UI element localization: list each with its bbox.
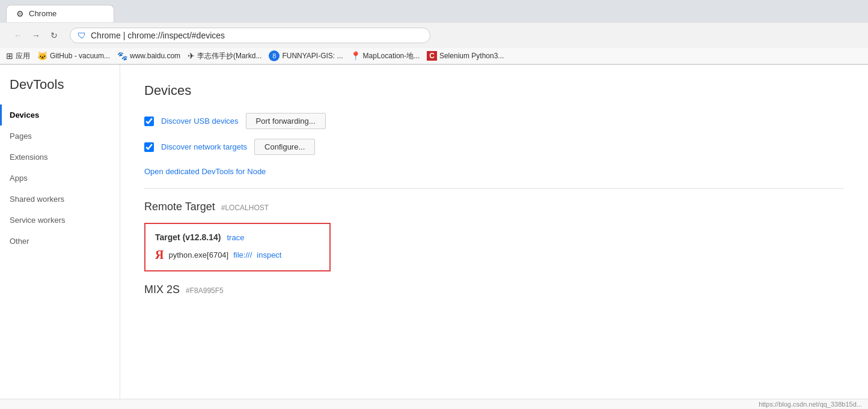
mix2s-header: MIX 2S #F8A995F5	[144, 283, 844, 296]
sidebar-shared-workers-label: Shared workers	[10, 195, 64, 204]
bookmark-markd[interactable]: ✈ 李志伟手抄(Markd...	[188, 51, 261, 61]
security-icon: 🛡	[78, 31, 86, 40]
main-layout: DevTools Devices Pages Extensions Apps S…	[0, 65, 868, 409]
target-card: Target (v12.8.14) trace Я python.exe[670…	[144, 223, 331, 271]
bookmark-funnyapi[interactable]: 8 FUNNYAPI-GIS: ...	[269, 50, 343, 61]
target-card-header: Target (v12.8.14) trace	[155, 232, 320, 242]
telegram-icon: ✈	[188, 51, 195, 61]
page-title: Devices	[144, 83, 844, 98]
bookmark-markd-label: 李志伟手抄(Markd...	[197, 51, 261, 61]
sidebar-extensions-label: Extensions	[10, 153, 48, 162]
yandex-icon: Я	[155, 248, 164, 262]
target-process-row: Я python.exe[6704] file:/// inspect	[155, 248, 320, 262]
sidebar: DevTools Devices Pages Extensions Apps S…	[0, 65, 120, 409]
sidebar-item-shared-workers[interactable]: Shared workers	[0, 189, 120, 210]
devtools-node-link[interactable]: Open dedicated DevTools for Node	[144, 167, 266, 176]
bookmark-selenium[interactable]: C Selenium Python3...	[427, 51, 504, 61]
devtools-title: DevTools	[0, 77, 120, 105]
forward-button[interactable]: →	[29, 28, 43, 43]
bookmark-maplocation[interactable]: 📍 MapLocation-地...	[350, 51, 420, 61]
target-inspect-link[interactable]: inspect	[257, 250, 281, 259]
device-name: MIX 2S	[144, 283, 180, 296]
sidebar-item-apps[interactable]: Apps	[0, 168, 120, 189]
target-trace-link[interactable]: trace	[227, 233, 244, 242]
bookmark-baidu-label: www.baidu.com	[130, 52, 180, 60]
bookmark-github-label: GitHub - vacuum...	[50, 52, 110, 60]
content-area: Devices Discover USB devices Port forwar…	[120, 65, 868, 409]
remote-target-header: Remote Target #LOCALHOST	[144, 201, 844, 213]
remote-target-title: Remote Target	[144, 201, 215, 213]
funnyapi-icon: 8	[269, 50, 280, 61]
status-text: https://blog.csdn.net/qq_338b15d...	[759, 401, 862, 408]
url-prefix: Chrome | chrome://	[91, 31, 163, 40]
network-targets-row: Discover network targets Configure...	[144, 139, 844, 155]
sidebar-item-service-workers[interactable]: Service workers	[0, 210, 120, 231]
bookmark-funnyapi-label: FUNNYAPI-GIS: ...	[282, 52, 343, 60]
usb-devices-label: Discover USB devices	[161, 117, 239, 126]
bookmark-github[interactable]: 🐱 GitHub - vacuum...	[37, 51, 110, 61]
device-id: #F8A995F5	[186, 286, 224, 295]
bookmark-apps-label: 应用	[16, 51, 30, 61]
bookmark-baidu[interactable]: 🐾 www.baidu.com	[117, 51, 180, 61]
address-url: Chrome | chrome://inspect/#devices	[91, 31, 225, 40]
sidebar-pages-label: Pages	[10, 132, 32, 141]
nav-controls: ← → ↻	[6, 26, 66, 45]
sidebar-item-extensions[interactable]: Extensions	[0, 147, 120, 168]
url-bold: inspect	[163, 31, 189, 40]
reload-button[interactable]: ↻	[47, 28, 61, 43]
back-button[interactable]: ←	[11, 28, 25, 43]
sidebar-item-pages[interactable]: Pages	[0, 126, 120, 147]
browser-chrome: ⚙ Chrome ← → ↻ 🛡 Chrome | chrome://inspe…	[0, 0, 868, 65]
usb-devices-checkbox[interactable]	[144, 117, 154, 126]
status-bar: https://blog.csdn.net/qq_338b15d...	[0, 399, 868, 409]
bookmark-maplocation-label: MapLocation-地...	[363, 51, 420, 61]
sidebar-devices-label: Devices	[10, 111, 39, 120]
baidu-icon: 🐾	[117, 51, 127, 61]
bookmark-selenium-label: Selenium Python3...	[439, 52, 504, 60]
remote-target-subtitle: #LOCALHOST	[221, 204, 269, 212]
section-divider	[144, 188, 844, 189]
selenium-icon: C	[427, 51, 437, 61]
target-name: Target (v12.8.14)	[155, 232, 221, 242]
url-suffix: /#devices	[189, 31, 225, 40]
sidebar-other-label: Other	[10, 237, 29, 246]
tab-favicon: ⚙	[16, 9, 24, 19]
bookmarks-bar: ⊞ 应用 🐱 GitHub - vacuum... 🐾 www.baidu.co…	[0, 48, 868, 64]
active-tab[interactable]: ⚙ Chrome	[6, 5, 114, 22]
tab-bar: ⚙ Chrome	[0, 0, 868, 23]
apps-grid-icon: ⊞	[6, 51, 13, 61]
network-targets-label: Discover network targets	[161, 142, 247, 151]
github-icon: 🐱	[37, 51, 47, 61]
usb-devices-row: Discover USB devices Port forwarding...	[144, 113, 844, 129]
target-file-link[interactable]: file:///	[233, 250, 252, 259]
sidebar-item-devices[interactable]: Devices	[0, 105, 120, 126]
address-bar[interactable]: 🛡 Chrome | chrome://inspect/#devices	[70, 28, 430, 43]
tab-label: Chrome	[29, 9, 57, 18]
network-targets-checkbox[interactable]	[144, 142, 154, 152]
target-process-label: python.exe[6704]	[168, 250, 228, 259]
bookmark-apps[interactable]: ⊞ 应用	[6, 51, 30, 61]
sidebar-apps-label: Apps	[10, 174, 28, 183]
maplocation-icon: 📍	[350, 51, 361, 61]
sidebar-item-other[interactable]: Other	[0, 231, 120, 252]
port-forwarding-button[interactable]: Port forwarding...	[246, 113, 326, 129]
configure-button[interactable]: Configure...	[254, 139, 315, 155]
sidebar-service-workers-label: Service workers	[10, 216, 65, 225]
